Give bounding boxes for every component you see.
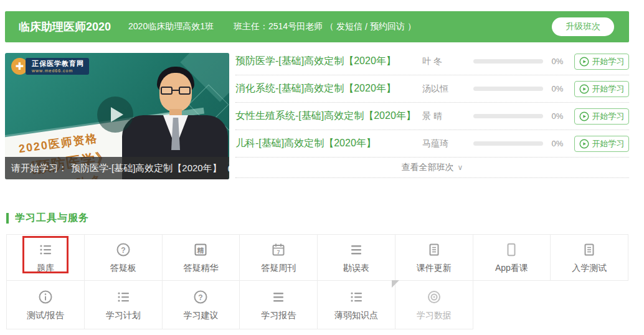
- list-icon: [348, 289, 364, 305]
- class-header-bar: 临床助理医师2020 2020临床助理高效1班 班主任：2514号田老师 （ 发…: [5, 11, 629, 42]
- advisor-info: 班主任：2514号田老师 （ 发短信 / 预约回访 ）: [234, 21, 416, 32]
- triple-bar-icon: [270, 289, 286, 305]
- start-learning-label: 开始学习: [592, 138, 625, 149]
- course-dashboard-page: 临床助理医师2020 2020临床助理高效1班 班主任：2514号田老师 （ 发…: [0, 0, 644, 335]
- caption-course-name: 预防医学-[基础]高效定制【2020年】: [71, 163, 222, 174]
- course-teacher: 叶 冬: [422, 56, 473, 67]
- course-row: 儿科-[基础]高效定制【2020年】 马蕴琦 0% 开始学习: [235, 130, 629, 158]
- caption-prefix: 请开始学习：: [11, 163, 67, 174]
- calendar-icon: [270, 242, 286, 258]
- tool-app-viewing[interactable]: App看课: [473, 234, 551, 281]
- course-title-link[interactable]: 预防医学-[基础]高效定制【2020年】: [235, 55, 422, 68]
- info-circle-icon: [37, 289, 54, 305]
- tool-label: 学习建议: [183, 310, 218, 321]
- course-row: 消化系统-[基础]高效定制【2020年】 汤以恒 0% 开始学习: [235, 75, 629, 103]
- progress-bar: [473, 114, 543, 118]
- tool-study-data[interactable]: 学习数据: [395, 280, 473, 329]
- course-row: 女性生殖系统-[基础]高效定制【2020年】 景 晴 0% 开始学习: [235, 103, 629, 130]
- caption-progress: 0%: [228, 163, 229, 174]
- class-name: 2020临床助理高效1班: [128, 21, 214, 32]
- tools-grid: 题库 答疑板 答疑精华 答疑周刊 勘误表 课件更新: [6, 234, 633, 329]
- course-teacher: 马蕴琦: [422, 138, 473, 149]
- document-icon: [581, 242, 597, 258]
- tool-weak-points[interactable]: 薄弱知识点: [317, 280, 395, 329]
- start-learning-button[interactable]: 开始学习: [574, 108, 629, 125]
- section-accent-bar: [6, 213, 9, 224]
- advisor-suffix: ）: [407, 21, 416, 32]
- tool-label: 答疑周刊: [261, 263, 296, 274]
- question-circle-icon: [115, 242, 131, 258]
- start-learning-button[interactable]: 开始学习: [574, 81, 629, 97]
- progress-percent: 0%: [543, 84, 572, 93]
- document-icon: [426, 242, 442, 258]
- send-sms-link[interactable]: 发短信: [336, 21, 362, 32]
- play-icon: [111, 107, 123, 122]
- start-learning-label: 开始学习: [592, 111, 625, 122]
- advisor-label: 班主任：2514号田老师 （: [234, 21, 334, 32]
- tool-label: 学习报告: [261, 310, 296, 321]
- tool-label: 学习计划: [106, 310, 141, 321]
- tool-study-plan[interactable]: 学习计划: [84, 280, 163, 329]
- tool-label: 测试/报告: [27, 310, 64, 321]
- tool-qa-weekly[interactable]: 答疑周刊: [239, 234, 318, 281]
- view-all-classes-link[interactable]: 查看全部班次 ∨: [235, 158, 629, 178]
- empty-cell: [473, 280, 551, 329]
- glasses: [161, 87, 191, 95]
- tool-label: 入学测试: [572, 263, 607, 274]
- question-circle-icon: [192, 289, 209, 305]
- link-separator: /: [365, 22, 367, 32]
- target-icon: [426, 289, 442, 305]
- start-learning-label: 开始学习: [592, 56, 625, 67]
- course-teacher: 景 晴: [422, 111, 473, 122]
- course-title-link[interactable]: 消化系统-[基础]高效定制【2020年】: [235, 82, 422, 95]
- start-learning-button[interactable]: 开始学习: [574, 136, 629, 152]
- tool-label: App看课: [495, 263, 528, 274]
- tool-study-advice[interactable]: 学习建议: [162, 280, 240, 329]
- tool-label: 题库: [37, 263, 54, 274]
- course-video-thumbnail[interactable]: 2020医师资格 《预防医学》 主讲老师：叶 冬 ✚ 正保医学教育网 www.m…: [5, 53, 229, 179]
- course-title-link[interactable]: 女性生殖系统-[基础]高效定制【2020年】: [235, 110, 422, 123]
- section-title: 学习工具与服务: [15, 212, 89, 225]
- upgrade-class-button[interactable]: 升级班次: [552, 17, 614, 36]
- tool-entrance-test[interactable]: 入学测试: [550, 234, 628, 281]
- tool-question-bank[interactable]: 题库: [6, 234, 85, 281]
- list-icon: [115, 289, 131, 305]
- start-learning-button[interactable]: 开始学习: [574, 54, 629, 70]
- tool-qa-board[interactable]: 答疑板: [84, 234, 163, 281]
- tool-errata[interactable]: 勘误表: [317, 234, 395, 281]
- tool-study-report[interactable]: 学习报告: [239, 280, 318, 329]
- play-circle-icon: [579, 57, 589, 67]
- progress-percent: 0%: [543, 111, 572, 121]
- progress-bar: [473, 59, 543, 64]
- chevron-down-icon: ∨: [458, 163, 463, 172]
- play-circle-icon: [579, 84, 589, 94]
- view-all-label: 查看全部班次: [402, 162, 454, 173]
- logo-url: www.med66.com: [32, 68, 84, 73]
- corner-triangle-marker: [392, 280, 399, 288]
- med66-logo: ✚ 正保医学教育网 www.med66.com: [11, 58, 89, 75]
- play-button[interactable]: [97, 97, 133, 133]
- play-circle-icon: [579, 139, 589, 149]
- callback-link[interactable]: 预约回访: [370, 21, 405, 32]
- tool-label: 学习数据: [417, 310, 452, 321]
- course-teacher: 汤以恒: [422, 83, 473, 95]
- list-icon: [37, 242, 54, 258]
- page-title: 临床助理医师2020: [19, 19, 111, 34]
- course-title-link[interactable]: 儿科-[基础]高效定制【2020年】: [235, 137, 422, 150]
- jing-square-icon: [192, 242, 209, 258]
- tool-label: 薄弱知识点: [334, 310, 378, 321]
- phone-icon: [503, 242, 519, 258]
- tool-test-report[interactable]: 测试/报告: [6, 280, 85, 329]
- progress-percent: 0%: [543, 57, 572, 66]
- logo-title: 正保医学教育网: [32, 59, 84, 68]
- tool-courseware-updates[interactable]: 课件更新: [395, 234, 473, 281]
- video-caption-bar: 请开始学习： 预防医学-[基础]高效定制【2020年】 0%: [5, 157, 229, 179]
- course-list: 预防医学-[基础]高效定制【2020年】 叶 冬 0% 开始学习 消化系统-[基…: [235, 48, 629, 178]
- empty-cell: [550, 280, 628, 329]
- progress-bar: [473, 141, 543, 146]
- tool-label: 勘误表: [343, 263, 369, 274]
- tool-qa-highlights[interactable]: 答疑精华: [162, 234, 240, 281]
- course-row: 预防医学-[基础]高效定制【2020年】 叶 冬 0% 开始学习: [235, 48, 629, 75]
- tool-label: 答疑板: [110, 263, 136, 274]
- play-circle-icon: [579, 111, 589, 121]
